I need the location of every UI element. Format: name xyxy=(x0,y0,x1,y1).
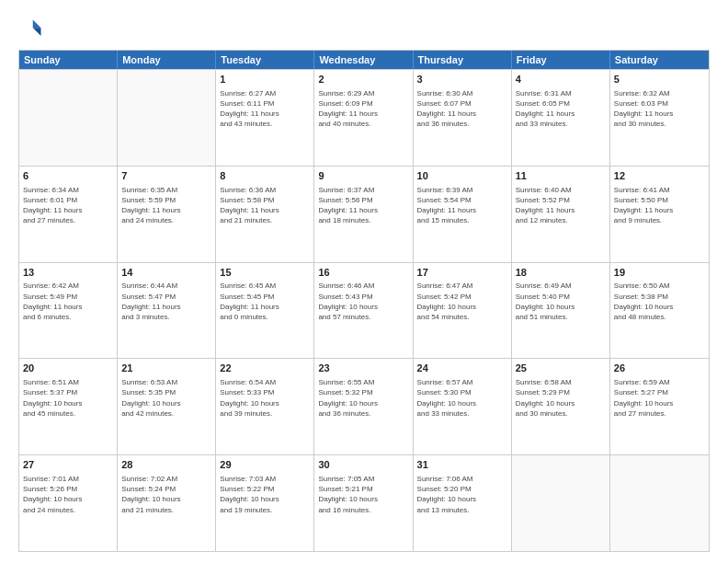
cell-day-number: 30 xyxy=(318,458,408,472)
cell-day-number: 9 xyxy=(318,169,408,183)
logo xyxy=(18,17,48,42)
calendar-cell-11: 11Sunrise: 6:40 AM Sunset: 5:52 PM Dayli… xyxy=(512,167,610,262)
cell-info: Sunrise: 6:58 AM Sunset: 5:29 PM Dayligh… xyxy=(516,377,606,419)
cell-info: Sunrise: 6:36 AM Sunset: 5:58 PM Dayligh… xyxy=(220,185,310,226)
calendar-cell-28: 28Sunrise: 7:02 AM Sunset: 5:24 PM Dayli… xyxy=(118,455,216,551)
cell-day-number: 27 xyxy=(23,458,113,472)
cell-day-number: 24 xyxy=(417,362,507,375)
calendar-cell-25: 25Sunrise: 6:58 AM Sunset: 5:29 PM Dayli… xyxy=(512,359,610,454)
calendar-cell-6: 6Sunrise: 6:34 AM Sunset: 6:01 PM Daylig… xyxy=(19,167,118,262)
calendar-cell-26: 26Sunrise: 6:59 AM Sunset: 5:27 PM Dayli… xyxy=(610,359,709,454)
cell-info: Sunrise: 6:32 AM Sunset: 6:03 PM Dayligh… xyxy=(614,88,705,130)
cell-info: Sunrise: 6:35 AM Sunset: 5:59 PM Dayligh… xyxy=(121,185,211,226)
cell-day-number: 6 xyxy=(23,169,113,183)
cell-info: Sunrise: 6:57 AM Sunset: 5:30 PM Dayligh… xyxy=(417,377,507,419)
calendar-cell-12: 12Sunrise: 6:41 AM Sunset: 5:50 PM Dayli… xyxy=(610,167,709,262)
cell-info: Sunrise: 6:55 AM Sunset: 5:32 PM Dayligh… xyxy=(318,377,408,419)
cell-day-number: 12 xyxy=(614,169,705,183)
cell-info: Sunrise: 7:02 AM Sunset: 5:24 PM Dayligh… xyxy=(121,474,211,515)
cell-info: Sunrise: 7:06 AM Sunset: 5:20 PM Dayligh… xyxy=(417,474,507,515)
cell-info: Sunrise: 6:46 AM Sunset: 5:43 PM Dayligh… xyxy=(318,281,408,322)
weekday-header-tuesday: Tuesday xyxy=(216,51,314,69)
cell-info: Sunrise: 6:49 AM Sunset: 5:40 PM Dayligh… xyxy=(516,281,606,322)
weekday-header-thursday: Thursday xyxy=(414,51,512,69)
cell-day-number: 14 xyxy=(121,266,211,280)
cell-day-number: 5 xyxy=(614,73,705,86)
cell-info: Sunrise: 6:54 AM Sunset: 5:33 PM Dayligh… xyxy=(220,377,310,419)
cell-day-number: 10 xyxy=(417,169,507,183)
cell-info: Sunrise: 7:03 AM Sunset: 5:22 PM Dayligh… xyxy=(220,474,310,515)
calendar-cell-empty-0-1 xyxy=(118,70,216,166)
cell-day-number: 8 xyxy=(220,169,310,183)
calendar-cell-23: 23Sunrise: 6:55 AM Sunset: 5:32 PM Dayli… xyxy=(314,359,413,454)
calendar-cell-14: 14Sunrise: 6:44 AM Sunset: 5:47 PM Dayli… xyxy=(118,263,216,359)
cell-info: Sunrise: 6:39 AM Sunset: 5:54 PM Dayligh… xyxy=(417,185,507,226)
calendar-cell-9: 9Sunrise: 6:37 AM Sunset: 5:56 PM Daylig… xyxy=(314,167,413,262)
cell-info: Sunrise: 6:31 AM Sunset: 6:05 PM Dayligh… xyxy=(516,88,606,130)
cell-day-number: 20 xyxy=(23,362,113,375)
calendar-cell-7: 7Sunrise: 6:35 AM Sunset: 5:59 PM Daylig… xyxy=(118,167,216,262)
calendar-cell-22: 22Sunrise: 6:54 AM Sunset: 5:33 PM Dayli… xyxy=(216,359,314,454)
cell-day-number: 4 xyxy=(516,73,606,86)
cell-day-number: 19 xyxy=(614,266,705,280)
cell-day-number: 29 xyxy=(220,458,310,472)
calendar-cell-20: 20Sunrise: 6:51 AM Sunset: 5:37 PM Dayli… xyxy=(19,359,118,454)
cell-info: Sunrise: 6:45 AM Sunset: 5:45 PM Dayligh… xyxy=(220,281,310,322)
weekday-header-friday: Friday xyxy=(512,51,610,69)
logo-icon xyxy=(18,17,44,42)
weekday-header-sunday: Sunday xyxy=(19,51,118,69)
cell-day-number: 7 xyxy=(121,169,211,183)
cell-day-number: 13 xyxy=(23,266,113,280)
calendar-cell-17: 17Sunrise: 6:47 AM Sunset: 5:42 PM Dayli… xyxy=(414,263,512,359)
cell-day-number: 2 xyxy=(318,73,408,86)
calendar-cell-10: 10Sunrise: 6:39 AM Sunset: 5:54 PM Dayli… xyxy=(414,167,512,262)
cell-day-number: 15 xyxy=(220,266,310,280)
calendar-cell-empty-4-5 xyxy=(512,455,610,551)
calendar-cell-3: 3Sunrise: 6:30 AM Sunset: 6:07 PM Daylig… xyxy=(414,70,512,166)
cell-info: Sunrise: 7:05 AM Sunset: 5:21 PM Dayligh… xyxy=(318,474,408,515)
calendar-cell-18: 18Sunrise: 6:49 AM Sunset: 5:40 PM Dayli… xyxy=(512,263,610,359)
cell-info: Sunrise: 6:44 AM Sunset: 5:47 PM Dayligh… xyxy=(121,281,211,322)
cell-day-number: 16 xyxy=(318,266,408,280)
calendar-cell-2: 2Sunrise: 6:29 AM Sunset: 6:09 PM Daylig… xyxy=(314,70,413,166)
cell-day-number: 11 xyxy=(516,169,606,183)
calendar-header: SundayMondayTuesdayWednesdayThursdayFrid… xyxy=(19,51,709,69)
calendar-cell-29: 29Sunrise: 7:03 AM Sunset: 5:22 PM Dayli… xyxy=(216,455,314,551)
cell-day-number: 25 xyxy=(516,362,606,375)
cell-info: Sunrise: 6:37 AM Sunset: 5:56 PM Dayligh… xyxy=(318,185,408,226)
cell-day-number: 26 xyxy=(614,362,705,375)
calendar-row-3: 13Sunrise: 6:42 AM Sunset: 5:49 PM Dayli… xyxy=(19,262,709,359)
cell-info: Sunrise: 6:29 AM Sunset: 6:09 PM Dayligh… xyxy=(318,88,408,130)
calendar-cell-15: 15Sunrise: 6:45 AM Sunset: 5:45 PM Dayli… xyxy=(216,263,314,359)
calendar-cell-empty-4-6 xyxy=(610,455,709,551)
cell-info: Sunrise: 6:51 AM Sunset: 5:37 PM Dayligh… xyxy=(23,377,113,419)
calendar-row-1: 1Sunrise: 6:27 AM Sunset: 6:11 PM Daylig… xyxy=(19,69,709,166)
calendar-cell-16: 16Sunrise: 6:46 AM Sunset: 5:43 PM Dayli… xyxy=(314,263,413,359)
cell-info: Sunrise: 6:41 AM Sunset: 5:50 PM Dayligh… xyxy=(614,185,705,226)
cell-info: Sunrise: 6:50 AM Sunset: 5:38 PM Dayligh… xyxy=(614,281,705,322)
cell-info: Sunrise: 6:34 AM Sunset: 6:01 PM Dayligh… xyxy=(23,185,113,226)
cell-info: Sunrise: 6:47 AM Sunset: 5:42 PM Dayligh… xyxy=(417,281,507,322)
calendar-cell-8: 8Sunrise: 6:36 AM Sunset: 5:58 PM Daylig… xyxy=(216,167,314,262)
calendar-cell-empty-0-0 xyxy=(19,70,118,166)
cell-info: Sunrise: 6:30 AM Sunset: 6:07 PM Dayligh… xyxy=(417,88,507,130)
cell-day-number: 21 xyxy=(121,362,211,375)
weekday-header-saturday: Saturday xyxy=(610,51,709,69)
page: SundayMondayTuesdayWednesdayThursdayFrid… xyxy=(0,0,728,563)
calendar-row-4: 20Sunrise: 6:51 AM Sunset: 5:37 PM Dayli… xyxy=(19,358,709,454)
calendar-cell-5: 5Sunrise: 6:32 AM Sunset: 6:03 PM Daylig… xyxy=(610,70,709,166)
cell-day-number: 17 xyxy=(417,266,507,280)
weekday-header-monday: Monday xyxy=(118,51,216,69)
weekday-header-wednesday: Wednesday xyxy=(314,51,413,69)
calendar-cell-24: 24Sunrise: 6:57 AM Sunset: 5:30 PM Dayli… xyxy=(414,359,512,454)
cell-info: Sunrise: 6:27 AM Sunset: 6:11 PM Dayligh… xyxy=(220,88,310,130)
cell-day-number: 1 xyxy=(220,73,310,86)
svg-marker-1 xyxy=(33,28,41,36)
cell-info: Sunrise: 6:42 AM Sunset: 5:49 PM Dayligh… xyxy=(23,281,113,322)
calendar-cell-1: 1Sunrise: 6:27 AM Sunset: 6:11 PM Daylig… xyxy=(216,70,314,166)
calendar-cell-19: 19Sunrise: 6:50 AM Sunset: 5:38 PM Dayli… xyxy=(610,263,709,359)
calendar-cell-13: 13Sunrise: 6:42 AM Sunset: 5:49 PM Dayli… xyxy=(19,263,118,359)
calendar-cell-31: 31Sunrise: 7:06 AM Sunset: 5:20 PM Dayli… xyxy=(414,455,512,551)
cell-info: Sunrise: 6:40 AM Sunset: 5:52 PM Dayligh… xyxy=(516,185,606,226)
calendar-cell-21: 21Sunrise: 6:53 AM Sunset: 5:35 PM Dayli… xyxy=(118,359,216,454)
